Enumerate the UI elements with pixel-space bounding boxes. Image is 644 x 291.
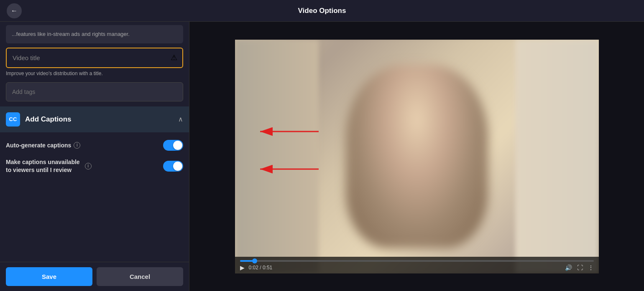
- video-container: ▶ 0:02 / 0:51 🔊 ⛶ ⋮: [235, 40, 599, 273]
- tags-input[interactable]: [6, 82, 183, 101]
- volume-button[interactable]: 🔊: [565, 264, 572, 271]
- save-button[interactable]: Save: [6, 267, 92, 286]
- cc-icon: CC: [6, 112, 20, 127]
- bottom-buttons: Save Cancel: [0, 262, 189, 291]
- person-overlay: [235, 40, 599, 273]
- controls-row: ▶ 0:02 / 0:51 🔊 ⛶ ⋮: [240, 264, 594, 271]
- progress-bar[interactable]: [240, 260, 594, 262]
- make-unavailable-area: Make captions unavailableto viewers unti…: [0, 158, 189, 175]
- time-display: 0:02 / 0:51: [249, 265, 273, 271]
- chevron-up-icon[interactable]: ∧: [178, 115, 183, 123]
- make-unavailable-toggle[interactable]: [163, 161, 183, 172]
- left-panel: ...features like in-stream ads and right…: [0, 22, 189, 291]
- right-panel: ▶ 0:02 / 0:51 🔊 ⛶ ⋮: [189, 22, 644, 291]
- video-controls: ▶ 0:02 / 0:51 🔊 ⛶ ⋮: [235, 257, 599, 273]
- main-content: ...features like in-stream ads and right…: [0, 22, 644, 291]
- make-unavailable-label: Make captions unavailableto viewers unti…: [6, 158, 92, 175]
- page-title: Video Options: [298, 7, 346, 15]
- video-title-wrapper: ⚠: [6, 48, 183, 68]
- progress-knob: [252, 258, 257, 263]
- toggle-knob-2: [173, 162, 182, 171]
- info-box: ...features like in-stream ads and right…: [6, 25, 183, 43]
- video-title-input[interactable]: [6, 48, 183, 68]
- warning-icon: ⚠: [171, 53, 177, 62]
- captions-title: Add Captions: [25, 115, 72, 124]
- fullscreen-button[interactable]: ⛶: [577, 264, 583, 271]
- back-button[interactable]: ←: [7, 3, 22, 18]
- controls-right: 🔊 ⛶ ⋮: [565, 264, 594, 271]
- auto-generate-toggle-row: Auto-generate captions i: [6, 140, 183, 151]
- cancel-button[interactable]: Cancel: [97, 267, 183, 286]
- auto-generate-area: Auto-generate captions i: [0, 140, 189, 151]
- header: ← Video Options: [0, 0, 644, 22]
- more-options-button[interactable]: ⋮: [588, 264, 594, 271]
- make-unavailable-toggle-row: Make captions unavailableto viewers unti…: [6, 158, 183, 175]
- toggle-knob: [173, 141, 182, 150]
- auto-generate-label: Auto-generate captions i: [6, 142, 80, 149]
- make-unavailable-info-icon[interactable]: i: [85, 163, 92, 170]
- captions-section-header: CC Add Captions ∧: [0, 106, 189, 132]
- captions-header-left: CC Add Captions: [6, 112, 72, 127]
- title-hint: Improve your video's distribution with a…: [6, 71, 183, 76]
- play-button[interactable]: ▶: [240, 264, 245, 271]
- auto-generate-info-icon[interactable]: i: [74, 142, 80, 149]
- blurred-face: [346, 65, 488, 248]
- left-scroll-area[interactable]: ...features like in-stream ads and right…: [0, 22, 189, 262]
- auto-generate-toggle[interactable]: [163, 140, 183, 151]
